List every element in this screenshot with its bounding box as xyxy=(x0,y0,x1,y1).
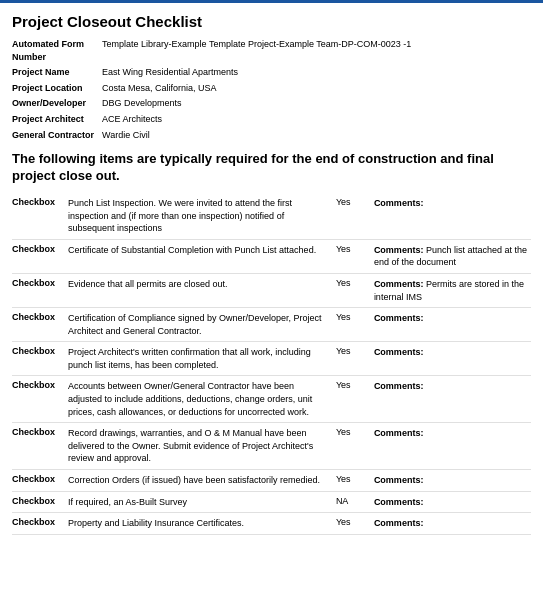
form-row: General ContractorWardie Civil xyxy=(12,129,531,142)
item-comments: Comments: xyxy=(374,517,531,530)
item-comments: Comments: xyxy=(374,346,531,359)
form-label: Project Name xyxy=(12,66,102,79)
form-row: Project LocationCosta Mesa, California, … xyxy=(12,82,531,95)
comments-label: Comments: xyxy=(374,245,426,255)
checkbox-label: Checkbox xyxy=(12,517,68,527)
item-value: Yes xyxy=(336,244,374,254)
item-comments: Comments: Punch list attached at the end… xyxy=(374,244,531,269)
form-value: East Wing Residential Apartments xyxy=(102,66,531,79)
comments-label: Comments: xyxy=(374,313,424,323)
checklist-row: CheckboxCertification of Compliance sign… xyxy=(12,308,531,342)
item-value: Yes xyxy=(336,427,374,437)
comments-label: Comments: xyxy=(374,497,424,507)
item-value: Yes xyxy=(336,312,374,322)
comments-label: Comments: xyxy=(374,381,424,391)
form-row: Owner/DeveloperDBG Developments xyxy=(12,97,531,110)
item-description: Accounts between Owner/General Contracto… xyxy=(68,380,336,418)
item-description: Correction Orders (if issued) have been … xyxy=(68,474,336,487)
checklist-row: CheckboxProperty and Liability Insurance… xyxy=(12,513,531,535)
checklist-container: CheckboxPunch List Inspection. We were i… xyxy=(12,193,531,535)
form-value: Template Library-Example Template Projec… xyxy=(102,38,531,63)
item-comments: Comments: xyxy=(374,380,531,393)
comments-label: Comments: xyxy=(374,198,424,208)
form-value: ACE Architects xyxy=(102,113,531,126)
form-fields: Automated Form NumberTemplate Library-Ex… xyxy=(12,38,531,141)
item-description: Certification of Compliance signed by Ow… xyxy=(68,312,336,337)
checkbox-label: Checkbox xyxy=(12,474,68,484)
item-description: Evidence that all permits are closed out… xyxy=(68,278,336,291)
item-comments: Comments: xyxy=(374,197,531,210)
checkbox-label: Checkbox xyxy=(12,496,68,506)
checklist-row: CheckboxPunch List Inspection. We were i… xyxy=(12,193,531,240)
form-label: Project Location xyxy=(12,82,102,95)
form-label: General Contractor xyxy=(12,129,102,142)
form-row: Project ArchitectACE Architects xyxy=(12,113,531,126)
checkbox-label: Checkbox xyxy=(12,278,68,288)
checklist-row: CheckboxCorrection Orders (if issued) ha… xyxy=(12,470,531,492)
checkbox-label: Checkbox xyxy=(12,346,68,356)
item-description: Punch List Inspection. We were invited t… xyxy=(68,197,336,235)
form-row: Project NameEast Wing Residential Apartm… xyxy=(12,66,531,79)
item-description: Project Architect's written confirmation… xyxy=(68,346,336,371)
form-value: Costa Mesa, California, USA xyxy=(102,82,531,95)
checklist-row: CheckboxIf required, an As-Built SurveyN… xyxy=(12,492,531,514)
page-container: Project Closeout Checklist Automated For… xyxy=(0,0,543,545)
checklist-row: CheckboxProject Architect's written conf… xyxy=(12,342,531,376)
item-comments: Comments: Permits are stored in the inte… xyxy=(374,278,531,303)
form-row: Automated Form NumberTemplate Library-Ex… xyxy=(12,38,531,63)
checklist-row: CheckboxCertificate of Substantial Compl… xyxy=(12,240,531,274)
comments-label: Comments: xyxy=(374,347,424,357)
comments-label: Comments: xyxy=(374,518,424,528)
item-comments: Comments: xyxy=(374,427,531,440)
page-title: Project Closeout Checklist xyxy=(12,13,531,30)
item-comments: Comments: xyxy=(374,474,531,487)
checklist-row: CheckboxRecord drawings, warranties, and… xyxy=(12,423,531,470)
checklist-row: CheckboxAccounts between Owner/General C… xyxy=(12,376,531,423)
item-description: If required, an As-Built Survey xyxy=(68,496,336,509)
item-value: Yes xyxy=(336,197,374,207)
item-description: Property and Liability Insurance Certifi… xyxy=(68,517,336,530)
item-value: Yes xyxy=(336,474,374,484)
item-comments: Comments: xyxy=(374,312,531,325)
item-value: Yes xyxy=(336,278,374,288)
comments-label: Comments: xyxy=(374,475,424,485)
form-value: DBG Developments xyxy=(102,97,531,110)
form-label: Owner/Developer xyxy=(12,97,102,110)
checkbox-label: Checkbox xyxy=(12,244,68,254)
item-comments: Comments: xyxy=(374,496,531,509)
section-heading: The following items are typically requir… xyxy=(12,151,531,185)
form-label: Project Architect xyxy=(12,113,102,126)
item-value: Yes xyxy=(336,346,374,356)
checkbox-label: Checkbox xyxy=(12,427,68,437)
checkbox-label: Checkbox xyxy=(12,380,68,390)
item-value: Yes xyxy=(336,517,374,527)
comments-label: Comments: xyxy=(374,279,426,289)
item-description: Record drawings, warranties, and O & M M… xyxy=(68,427,336,465)
checkbox-label: Checkbox xyxy=(12,197,68,207)
checkbox-label: Checkbox xyxy=(12,312,68,322)
form-label: Automated Form Number xyxy=(12,38,102,63)
item-description: Certificate of Substantial Completion wi… xyxy=(68,244,336,257)
form-value: Wardie Civil xyxy=(102,129,531,142)
checklist-row: CheckboxEvidence that all permits are cl… xyxy=(12,274,531,308)
item-value: NA xyxy=(336,496,374,506)
item-value: Yes xyxy=(336,380,374,390)
comments-label: Comments: xyxy=(374,428,424,438)
